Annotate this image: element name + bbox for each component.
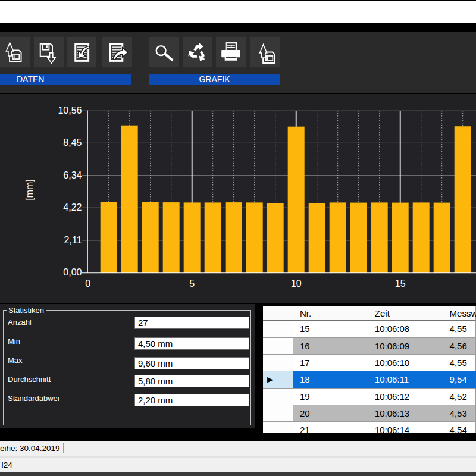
svg-text:15: 15: [395, 278, 406, 289]
svg-text:0: 0: [85, 278, 90, 289]
svg-text:8,45: 8,45: [63, 137, 82, 148]
svg-text:2,11: 2,11: [64, 235, 82, 245]
svg-text:[mm]: [mm]: [24, 179, 35, 201]
svg-text:5: 5: [189, 278, 195, 289]
svg-text:6,34: 6,34: [63, 170, 82, 180]
svg-text:10,56: 10,56: [58, 105, 82, 115]
svg-text:0,00: 0,00: [63, 267, 82, 277]
svg-text:10: 10: [291, 278, 302, 289]
svg-text:4,22: 4,22: [63, 202, 82, 212]
